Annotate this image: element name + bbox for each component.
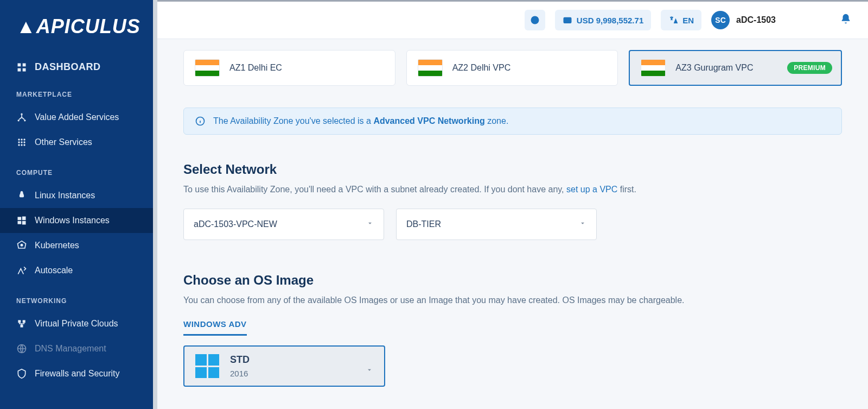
svg-rect-18 xyxy=(18,221,22,224)
svg-rect-22 xyxy=(18,320,21,323)
svg-point-27 xyxy=(533,18,537,22)
grid-icon xyxy=(16,137,27,148)
tier-select-value: DB-TIER xyxy=(406,219,441,229)
language-label: EN xyxy=(682,16,694,25)
select-network-subtitle: To use this Availability Zone, you'll ne… xyxy=(183,185,842,194)
setup-vpc-link[interactable]: set up a VPC xyxy=(566,185,617,194)
svg-point-4 xyxy=(21,114,22,115)
dns-icon xyxy=(16,343,27,354)
zone-row: AZ1 Delhi EC AZ2 Delhi VPC AZ3 Gurugram … xyxy=(183,50,842,86)
sidebar-item-label: Firewalls and Security xyxy=(35,369,120,379)
sidebar-item-kubernetes[interactable]: Kubernetes xyxy=(0,233,157,258)
linux-icon xyxy=(16,190,27,201)
sidebar-item-label: Other Services xyxy=(35,137,92,147)
help-button[interactable] xyxy=(525,10,545,30)
svg-point-5 xyxy=(18,119,20,121)
notifications-button[interactable] xyxy=(840,13,852,27)
vpc-icon xyxy=(16,318,27,329)
info-icon xyxy=(195,116,206,127)
section-heading: COMPUTE xyxy=(0,161,157,183)
sidebar-item-label: Autoscale xyxy=(35,266,73,275)
india-flag-icon xyxy=(418,59,443,77)
sidebar-item-other-services[interactable]: Other Services xyxy=(0,130,157,155)
select-network-title: Select Network xyxy=(183,162,842,177)
info-post: zone. xyxy=(485,116,509,125)
sidebar-item-label: Virtual Private Clouds xyxy=(35,319,118,329)
svg-rect-3 xyxy=(23,68,26,71)
content-scroll[interactable]: AZ1 Delhi EC AZ2 Delhi VPC AZ3 Gurugram … xyxy=(157,39,868,409)
sidebar-resize-handle[interactable] xyxy=(153,0,157,409)
chevron-down-icon xyxy=(579,219,586,229)
svg-point-9 xyxy=(23,139,25,140)
sidebar-item-windows-instances[interactable]: Windows Instances xyxy=(0,208,157,233)
vpc-select[interactable]: aDC-1503-VPC-NEW xyxy=(183,209,384,240)
svg-rect-0 xyxy=(18,63,21,66)
zone-card-az2[interactable]: AZ2 Delhi VPC xyxy=(406,50,618,86)
vpc-select-value: aDC-1503-VPC-NEW xyxy=(194,219,277,229)
info-message: The Availability Zone you've selected is… xyxy=(213,116,508,126)
choose-os-subtitle: You can choose from any of the available… xyxy=(183,295,842,305)
os-image-version: 2016 xyxy=(230,369,373,378)
section-heading: MARKETPLACE xyxy=(0,83,157,105)
india-flag-icon xyxy=(641,59,666,77)
dashboard-icon xyxy=(16,62,27,73)
sidebar-item-label: DNS Management xyxy=(35,344,106,354)
svg-rect-28 xyxy=(564,18,571,23)
zone-name: AZ2 Delhi VPC xyxy=(452,63,511,73)
sidebar-item-linux-instances[interactable]: Linux Instances xyxy=(0,183,157,208)
os-tab-windows-adv[interactable]: WINDOWS ADV xyxy=(183,319,247,336)
svg-point-8 xyxy=(21,139,22,140)
sidebar-item-autoscale[interactable]: Autoscale xyxy=(0,258,157,283)
zone-badge: PREMIUM xyxy=(787,62,832,74)
choose-os-title: Choose an OS Image xyxy=(183,273,842,288)
brand-text: APICULUS xyxy=(36,15,141,37)
topbar: USD 9,998,552.71 EN SC aDC-1503 xyxy=(157,0,868,39)
section-heading: NETWORKING xyxy=(0,290,157,311)
svg-point-21 xyxy=(21,244,23,247)
sidebar-item-dashboard[interactable]: DASHBOARD xyxy=(0,54,157,80)
zone-name: AZ1 Delhi EC xyxy=(229,63,282,73)
svg-point-15 xyxy=(23,144,25,146)
username: aDC-1503 xyxy=(736,15,776,25)
user-menu[interactable]: SC aDC-1503 xyxy=(711,11,776,29)
svg-rect-24 xyxy=(21,325,23,328)
avatar: SC xyxy=(711,11,730,29)
language-button[interactable]: EN xyxy=(661,10,701,30)
svg-rect-1 xyxy=(23,63,26,66)
balance-value: USD 9,998,552.71 xyxy=(577,16,643,25)
balance-button[interactable]: USD 9,998,552.71 xyxy=(555,10,651,30)
india-flag-icon xyxy=(195,59,220,77)
info-strong: Advanced VPC Networking xyxy=(373,116,484,125)
network-sub-post: first. xyxy=(617,185,636,194)
svg-rect-23 xyxy=(23,320,25,323)
info-banner: The Availability Zone you've selected is… xyxy=(183,108,842,135)
sidebar-item-dns-management[interactable]: DNS Management xyxy=(0,336,157,361)
sidebar-item-label: DASHBOARD xyxy=(35,61,101,73)
windows-logo-icon xyxy=(195,354,219,378)
chevron-down-icon xyxy=(366,219,374,229)
os-image-name: STD xyxy=(230,354,373,366)
chevron-down-icon xyxy=(366,366,373,376)
sidebar-item-label: Linux Instances xyxy=(35,191,95,200)
svg-rect-2 xyxy=(18,68,21,71)
sidebar: ▲APICULUS DASHBOARD MARKETPLACE Value Ad… xyxy=(0,0,157,409)
main-area: USD 9,998,552.71 EN SC aDC-1503 AZ1 Delh… xyxy=(157,0,868,409)
zone-card-az3[interactable]: AZ3 Gurugram VPC PREMIUM xyxy=(629,50,842,86)
info-pre: The Availability Zone you've selected is… xyxy=(213,116,373,125)
tier-select[interactable]: DB-TIER xyxy=(396,209,597,240)
kube-icon xyxy=(16,240,27,251)
os-image-card[interactable]: STD 2016 xyxy=(183,345,385,387)
svg-point-14 xyxy=(21,144,22,146)
sidebar-item-label: Value Added Services xyxy=(35,112,119,122)
sidebar-item-firewalls-and-security[interactable]: Firewalls and Security xyxy=(0,361,157,386)
sidebar-item-label: Windows Instances xyxy=(35,216,110,225)
zone-card-az1[interactable]: AZ1 Delhi EC xyxy=(183,50,395,86)
svg-point-11 xyxy=(21,141,22,143)
windows-icon xyxy=(16,215,27,226)
firewall-icon xyxy=(16,368,27,379)
svg-rect-17 xyxy=(22,217,26,221)
svg-point-7 xyxy=(18,139,20,140)
sidebar-item-virtual-private-clouds[interactable]: Virtual Private Clouds xyxy=(0,311,157,336)
svg-point-13 xyxy=(18,144,20,146)
sidebar-item-value-added-services[interactable]: Value Added Services xyxy=(0,105,157,130)
